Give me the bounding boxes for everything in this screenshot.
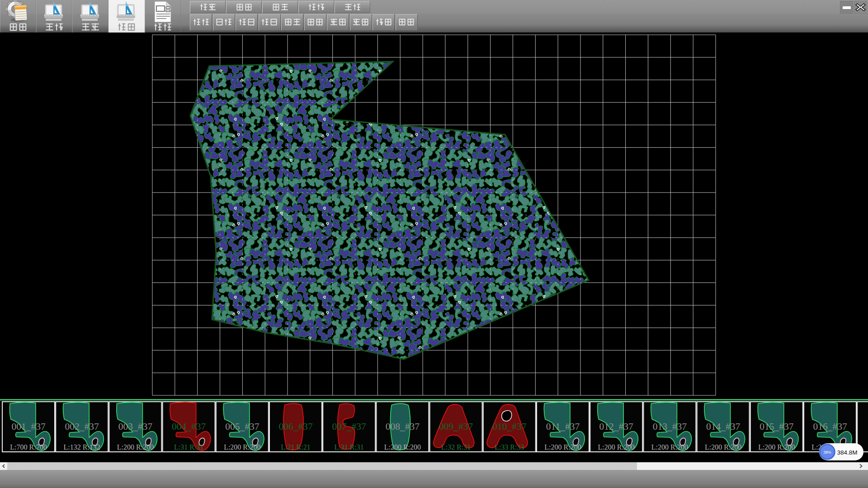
svg-text:L:200 R:200: L:200 R:200 (544, 443, 581, 451)
svg-text:014_#37: 014_#37 (706, 421, 741, 432)
svg-text:L:132 R:132: L:132 R:132 (64, 443, 100, 451)
svg-text:L:700 R:700: L:700 R:700 (10, 443, 47, 451)
svg-text:L:200 R:200: L:200 R:200 (598, 443, 635, 451)
svg-text:L:200 R:200: L:200 R:200 (224, 443, 260, 451)
svg-text:L:33 R:33: L:33 R:33 (495, 443, 524, 451)
svg-text:003_#37: 003_#37 (118, 421, 153, 432)
svg-text:L:200 R:200: L:200 R:200 (384, 443, 421, 451)
svg-text:002_#37: 002_#37 (65, 421, 99, 432)
svg-text:384.8M: 384.8M (837, 449, 857, 456)
svg-text:009_#37: 009_#37 (439, 421, 473, 432)
svg-text:015_#37: 015_#37 (760, 421, 794, 432)
svg-text:L:32 R:31: L:32 R:31 (441, 443, 471, 451)
svg-text:L:31 R:31: L:31 R:31 (335, 443, 364, 451)
svg-text:L:200 R:200: L:200 R:200 (705, 443, 741, 451)
svg-text:001_#37: 001_#37 (11, 421, 46, 432)
svg-text:016_#37: 016_#37 (813, 421, 847, 432)
svg-text:38%: 38% (823, 450, 831, 455)
svg-text:004_#37: 004_#37 (172, 421, 206, 432)
svg-text:L:21 R:21: L:21 R:21 (281, 443, 310, 451)
svg-text:005_#37: 005_#37 (225, 421, 259, 432)
svg-text:L:200 R:200: L:200 R:200 (758, 443, 795, 451)
svg-text:013_#37: 013_#37 (653, 421, 687, 432)
svg-text:008_#37: 008_#37 (386, 421, 420, 432)
svg-text:L:200 R:200: L:200 R:200 (651, 443, 688, 451)
svg-text:011_#37: 011_#37 (546, 421, 580, 432)
svg-text:010_#37: 010_#37 (492, 421, 527, 432)
svg-text:012_#37: 012_#37 (599, 421, 634, 432)
svg-text:007_#37: 007_#37 (332, 421, 367, 432)
svg-text:L:31 R:31: L:31 R:31 (174, 443, 203, 451)
svg-text:L:200 R:200: L:200 R:200 (117, 443, 154, 451)
svg-text:006_#37: 006_#37 (278, 421, 313, 432)
